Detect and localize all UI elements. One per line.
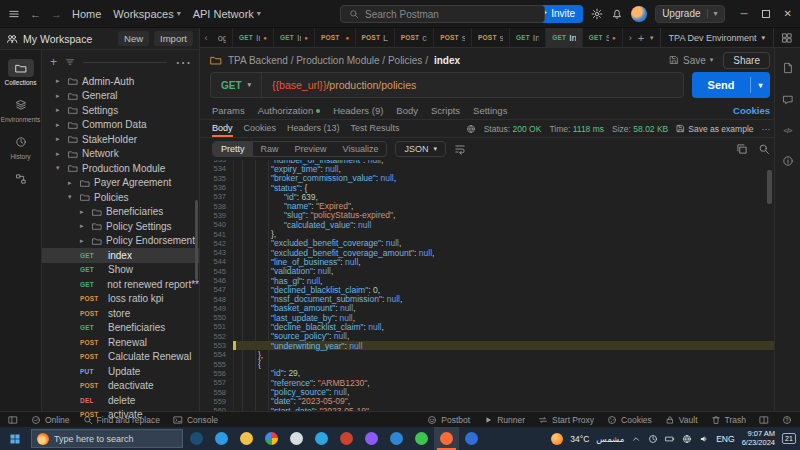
request-tab-stor[interactable]: POSTstor	[472, 28, 510, 47]
rail-collections[interactable]: Collections	[1, 56, 41, 89]
store-icon[interactable]	[284, 427, 309, 450]
share-button[interactable]: Share	[723, 52, 770, 69]
cortana-icon[interactable]	[184, 427, 209, 450]
info-icon[interactable]	[782, 155, 794, 167]
nav-forward-icon[interactable]: →	[51, 8, 62, 20]
request-tab-crea[interactable]: POSTcrea	[395, 28, 435, 47]
tree-request-calculate-renewal[interactable]: POSTCalculate Renewal	[42, 350, 199, 365]
statusbar-cookies[interactable]: Cookies	[607, 415, 652, 425]
view-raw[interactable]: Raw	[253, 142, 287, 156]
statusbar-item[interactable]	[782, 415, 792, 425]
documentation-icon[interactable]	[782, 62, 794, 74]
tree-request-index[interactable]: GETindex	[42, 248, 199, 263]
tree-folder-production-module[interactable]: ▾Production Module	[42, 161, 199, 176]
tree-folder-beneficiaries[interactable]: ▸Beneficiaries	[42, 205, 199, 220]
statusbar-item[interactable]	[759, 415, 769, 425]
view-preview[interactable]: Preview	[287, 142, 335, 156]
workspace-name[interactable]: My Workspace	[23, 33, 92, 45]
upgrade-button[interactable]: Upgrade▾	[655, 5, 724, 23]
tree-request-delete[interactable]: DELdelete	[42, 393, 199, 408]
rail-environments[interactable]: Environments	[1, 93, 41, 126]
telegram-icon[interactable]	[309, 427, 334, 450]
nav-workspaces[interactable]: Workspaces▾	[113, 8, 180, 20]
response-tab-test-results[interactable]: Test Results	[351, 120, 400, 137]
photos-icon[interactable]	[459, 427, 484, 450]
action-center-icon[interactable]: 21	[782, 433, 796, 444]
search-collections-input[interactable]	[83, 62, 167, 63]
request-tab-stor[interactable]: POSTstor	[434, 28, 472, 47]
tree-folder-policy-endorsement[interactable]: ▸Policy Endorsement	[42, 234, 199, 249]
network-icon[interactable]	[682, 434, 692, 444]
statusbar-item[interactable]	[8, 415, 18, 425]
cookies-link[interactable]: Cookies	[733, 105, 770, 116]
env-quicklook-icon[interactable]	[781, 32, 793, 44]
comments-icon[interactable]	[782, 94, 794, 106]
restore-button[interactable]	[762, 10, 770, 18]
request-tab-body[interactable]: Body	[396, 105, 418, 116]
statusbar-postbot[interactable]: Postbot	[427, 415, 470, 425]
tab-options-icon[interactable]: ▾	[650, 34, 654, 42]
tree-folder-admin-auth[interactable]: ▸Admin-Auth	[42, 74, 199, 89]
response-more-actions-icon[interactable]: ⋯	[762, 124, 771, 134]
code-snippet-icon[interactable]: </>	[784, 126, 792, 135]
tree-request-loss-ratio-kpi[interactable]: POSTloss ratio kpi	[42, 292, 199, 307]
view-visualize[interactable]: Visualize	[335, 142, 387, 156]
tree-request-activate[interactable]: POSTactivate	[42, 408, 199, 423]
rail-item[interactable]	[1, 167, 41, 191]
edge-icon[interactable]	[209, 427, 234, 450]
language-indicator[interactable]: ENG	[716, 434, 734, 444]
save-as-example-button[interactable]: Save as example	[676, 124, 753, 134]
minimize-button[interactable]: ─	[741, 8, 748, 19]
tree-folder-settings[interactable]: ▸Settings	[42, 103, 199, 118]
request-tab-cre[interactable]: POSTcre●	[315, 28, 356, 47]
clock-date[interactable]: 9:07 AM6/23/2024	[742, 430, 775, 447]
tree-request-deactivate[interactable]: POSTdeactivate	[42, 379, 199, 394]
response-tab-headers-13[interactable]: Headers (13)	[287, 120, 340, 137]
tree-request-renewal[interactable]: POSTRenewal	[42, 335, 199, 350]
request-tab-inde[interactable]: GETInde	[510, 28, 546, 47]
request-tab-inde[interactable]: GETInde●	[233, 28, 274, 47]
tree-folder-payer-agreement[interactable]: ▸Payer Agreement	[42, 176, 199, 191]
tree-request-beneficiaries[interactable]: GETBeneficiaries	[42, 321, 199, 336]
request-tab-sho[interactable]: GETSho●	[583, 28, 623, 47]
save-button[interactable]: Save▾	[669, 55, 713, 66]
tabs-scroll-right-icon[interactable]: ›	[629, 33, 632, 43]
tree-folder-common-data[interactable]: ▸Common Data	[42, 118, 199, 133]
environment-selector[interactable]: TPA Dev Environment▾	[660, 28, 773, 47]
chrome-icon[interactable]	[259, 427, 284, 450]
battery-icon[interactable]	[665, 434, 675, 444]
request-tab-scripts[interactable]: Scripts	[431, 105, 460, 116]
vscode-icon[interactable]	[384, 427, 409, 450]
request-tab-logi[interactable]: POSTLogi	[356, 28, 395, 47]
global-search-input[interactable]: Search Postman	[340, 5, 545, 23]
tree-folder-network[interactable]: ▸Network	[42, 147, 199, 162]
response-tab-cookies[interactable]: Cookies	[244, 120, 277, 137]
statusbar-vault[interactable]: Vault	[665, 415, 698, 425]
filter-icon[interactable]	[65, 57, 75, 67]
tree-folder-policies[interactable]: ▾Policies	[42, 190, 199, 205]
user-avatar[interactable]	[631, 6, 647, 22]
request-tab-inde[interactable]: GETInde●	[274, 28, 315, 47]
statusbar-start-proxy[interactable]: Start Proxy	[538, 415, 594, 425]
breadcrumb-path[interactable]: TPA Backend / Production Module / Polici…	[228, 55, 428, 66]
visual-studio-icon[interactable]	[359, 427, 384, 450]
add-collection-button[interactable]: +	[50, 55, 57, 69]
tree-folder-stakeholder[interactable]: ▸StakeHolder	[42, 132, 199, 147]
request-tab-settings[interactable]: Settings	[473, 105, 507, 116]
statusbar-runner[interactable]: Runner	[483, 415, 525, 425]
rail-history[interactable]: History	[1, 130, 41, 163]
whatsapp-icon[interactable]	[409, 427, 434, 450]
search-response-icon[interactable]	[758, 143, 770, 155]
copy-icon[interactable]	[736, 143, 748, 155]
method-selector[interactable]: GET▾	[211, 73, 262, 97]
nav-back-icon[interactable]: ←	[30, 8, 41, 20]
request-tab-authorization[interactable]: Authorization	[258, 105, 320, 116]
tree-folder-policy-settings[interactable]: ▸Policy Settings	[42, 219, 199, 234]
postman-icon[interactable]	[434, 427, 459, 450]
bell-icon[interactable]	[611, 8, 623, 20]
tree-request-update[interactable]: PUTUpdate	[42, 364, 199, 379]
hamburger-icon[interactable]	[8, 8, 20, 20]
app-red-icon[interactable]	[334, 427, 359, 450]
url-input[interactable]: {{base_url}}/production/policies	[262, 79, 426, 91]
tree-request-show[interactable]: GETShow	[42, 263, 199, 278]
